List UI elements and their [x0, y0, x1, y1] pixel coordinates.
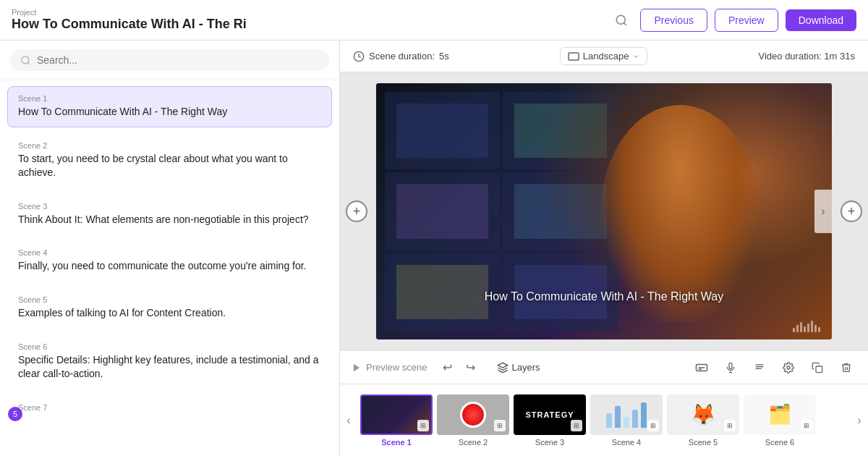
scene-text-2: To start, you need to be crystal clear a… — [18, 152, 321, 180]
previous-button[interactable]: Previous — [640, 9, 707, 32]
filmstrip-item-3[interactable]: STRATEGY ⊞ Scene 3 — [514, 394, 586, 447]
chevron-down-icon — [632, 53, 639, 60]
scene-label-6: Scene 6 — [18, 342, 321, 351]
scene-duration: Scene duration: 5s — [353, 51, 449, 62]
content-topbar: Scene duration: 5s Landscape Video durat… — [340, 41, 868, 72]
filmstrip-item-4[interactable]: ⊞ Scene 4 — [590, 394, 663, 447]
add-scene-left-button[interactable]: + — [346, 200, 367, 222]
delete-button[interactable] — [836, 358, 856, 378]
mic-button[interactable] — [720, 358, 741, 378]
filmstrip: ‹ ⊞ Scene 1 ⊞ Scene 2 — [340, 384, 868, 456]
filmstrip-items: ⊞ Scene 1 ⊞ Scene 2 STRATEGY ⊞ — [357, 394, 851, 447]
filmstrip-label-3: Scene 3 — [535, 438, 564, 447]
add-scene-right-button[interactable]: + — [841, 200, 862, 222]
waveform-bar-1 — [793, 328, 795, 332]
scene-duration-label: Scene duration: — [369, 51, 435, 62]
content-area: Scene duration: 5s Landscape Video durat… — [340, 41, 868, 456]
waveform-bar-3 — [800, 322, 802, 332]
waveform-overlay — [793, 321, 820, 332]
layer-icon-6: ⊞ — [801, 420, 812, 431]
scene-duration-value: 5s — [439, 51, 449, 62]
preview-scene-button[interactable]: Preview scene — [352, 362, 427, 373]
search-icon-button[interactable] — [610, 9, 633, 32]
search-input-wrapper — [10, 49, 329, 71]
header-left: Project How To Communicate With AI - The… — [12, 8, 247, 32]
waveform-bar-7 — [814, 325, 817, 332]
search-input[interactable] — [37, 54, 319, 66]
screen-cell-3 — [385, 172, 500, 250]
filmstrip-item-2[interactable]: ⊞ Scene 2 — [437, 394, 509, 447]
download-button[interactable]: Download — [786, 9, 856, 31]
scene-item-5[interactable]: Scene 5 Examples of talking to AI for Co… — [7, 287, 332, 329]
svg-point-15 — [787, 366, 790, 369]
svg-point-0 — [617, 15, 626, 24]
scene-list: Scene 1 How To Communicate With AI - The… — [0, 80, 339, 456]
layer-icon-4: ⊞ — [647, 420, 659, 431]
filmstrip-next-arrow[interactable]: › — [851, 414, 868, 427]
svg-rect-9 — [729, 363, 732, 368]
filmstrip-item-1[interactable]: ⊞ Scene 1 — [360, 394, 433, 447]
toolbar-left: Preview scene ↩ ↪ Layers — [352, 358, 546, 378]
play-icon — [352, 363, 362, 373]
waveform-bar-8 — [818, 327, 820, 332]
scene-label-4: Scene 4 — [18, 248, 321, 257]
scene-item-1[interactable]: Scene 1 How To Communicate With AI - The… — [7, 86, 332, 127]
layers-button[interactable]: Layers — [491, 359, 546, 376]
header: Project How To Communicate With AI - The… — [0, 0, 868, 41]
filmstrip-thumb-6[interactable]: 🗂️ ⊞ — [744, 394, 816, 435]
filmstrip-thumb-4[interactable]: ⊞ — [590, 394, 663, 435]
undo-redo: ↩ ↪ — [438, 358, 481, 378]
scene-label-7: Scene 7 — [18, 403, 321, 412]
video-canvas: › How To Communicate With AI - The Right… — [376, 83, 832, 339]
landscape-button[interactable]: Landscape — [560, 47, 648, 65]
header-right: Previous Preview Download — [610, 9, 856, 32]
filmstrip-item-6[interactable]: 🗂️ ⊞ Scene 6 — [744, 394, 816, 447]
undo-button[interactable]: ↩ — [438, 358, 458, 378]
scene-text-1: How To Communicate With AI - The Right W… — [18, 105, 321, 119]
landscape-icon — [568, 52, 579, 61]
svg-rect-16 — [816, 366, 822, 373]
filmstrip-thumb-2[interactable]: ⊞ — [437, 394, 509, 435]
scene-item-6[interactable]: Scene 6 Specific Details: Highlight key … — [7, 334, 332, 389]
captions-button[interactable] — [692, 358, 712, 378]
svg-point-1 — [22, 56, 29, 63]
scene-text-3: Think About It: What elements are non-ne… — [18, 213, 321, 227]
filmstrip-item-5[interactable]: 🦊 ⊞ Scene 5 — [667, 394, 739, 447]
duplicate-button[interactable] — [807, 358, 827, 378]
svg-rect-3 — [569, 53, 579, 60]
waveform-bar-6 — [811, 321, 813, 332]
screen-cell-1 — [385, 92, 500, 169]
filmstrip-thumb-3[interactable]: STRATEGY ⊞ — [514, 394, 586, 435]
layer-icon-2: ⊞ — [494, 420, 506, 431]
scene-item-4[interactable]: Scene 4 Finally, you need to communicate… — [7, 240, 332, 282]
text-button[interactable] — [749, 358, 770, 378]
waveform-bar-5 — [807, 324, 809, 332]
scene-item-3[interactable]: Scene 3 Think About It: What elements ar… — [7, 194, 332, 235]
scene-text-5: Examples of talking to AI for Content Cr… — [18, 306, 321, 321]
video-duration: Video duration: 1m 31s — [759, 51, 855, 62]
layer-icon-5: ⊞ — [724, 420, 736, 431]
scene-label-3: Scene 3 — [18, 202, 321, 211]
canvas-next-arrow[interactable]: › — [814, 190, 832, 233]
preview-button[interactable]: Preview — [715, 9, 778, 32]
search-bar — [0, 41, 339, 80]
scene-text-6: Specific Details: Highlight key features… — [18, 353, 321, 381]
scene-item-7[interactable]: Scene 7 5 — [7, 395, 332, 422]
filmstrip-label-1: Scene 1 — [381, 438, 412, 447]
video-title-overlay: How To Communicate With AI - The Right W… — [485, 290, 723, 303]
project-title: How To Communicate With AI - The Ri — [12, 17, 247, 32]
filmstrip-thumb-5[interactable]: 🦊 ⊞ — [667, 394, 739, 435]
redo-button[interactable]: ↪ — [461, 358, 481, 378]
scene-item-2[interactable]: Scene 2 To start, you need to be crystal… — [7, 133, 332, 188]
filmstrip-prev-arrow[interactable]: ‹ — [340, 414, 357, 427]
video-duration-value: 1m 31s — [824, 51, 855, 62]
settings-button[interactable] — [778, 358, 799, 378]
layer-icon-3: ⊞ — [571, 420, 582, 431]
scene-label-5: Scene 5 — [18, 295, 321, 304]
filmstrip-thumb-1[interactable]: ⊞ — [360, 394, 433, 435]
sidebar: Scene 1 How To Communicate With AI - The… — [0, 41, 340, 456]
project-label: Project — [12, 8, 247, 17]
scene-label-1: Scene 1 — [18, 94, 321, 103]
landscape-label: Landscape — [583, 51, 629, 62]
scene-badge: 5 — [8, 407, 22, 421]
